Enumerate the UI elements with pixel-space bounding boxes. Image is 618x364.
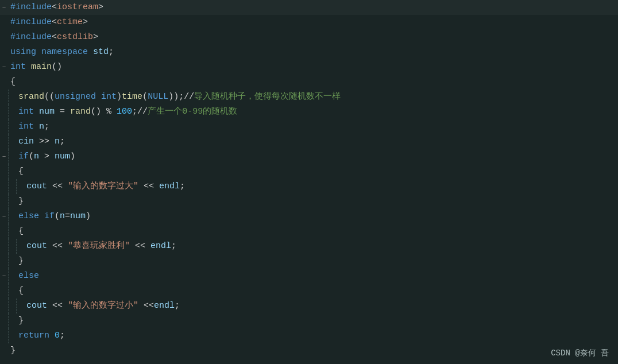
indent-guide [8,269,16,284]
code-line: −int main() [0,60,618,75]
token-op: << [47,301,68,311]
token-kw: else [18,271,39,281]
token-op [34,122,39,131]
token-op: ) [117,92,122,102]
indent-guide [8,328,16,343]
indent-guide [8,90,16,104]
token-fn: time [122,92,142,102]
indent-guide [8,299,16,313]
token-kw: namespace [41,47,88,57]
token-va: n [34,152,39,161]
code-line: −else [0,269,618,284]
indent-guide [8,254,16,269]
fold-icon[interactable]: − [0,60,8,75]
code-content: #include<iostream> [8,0,618,15]
token-va: num [39,107,55,117]
token-op: < [52,17,57,27]
code-line: return 0; [0,328,618,343]
indent-guide [8,239,16,254]
token-kw: using [10,47,36,57]
code-line: using namespace std; [0,45,618,60]
indent-guide [8,149,16,164]
token-st: cstdlib [57,32,93,42]
code-content: int num = rand() % 100;//产生一个0-99的随机数 [16,104,618,119]
token-op [88,47,93,57]
indent-guide [8,313,16,328]
token-op [96,92,101,102]
token-kw: return [18,331,49,340]
indent-guide [8,164,16,179]
token-op: ; [60,137,65,146]
token-st: iostream [57,2,98,12]
token-va: endl [159,181,180,191]
token-op: } [18,316,24,326]
code-content: int main() [8,60,618,75]
indent-guide [8,119,16,134]
token-op: < [52,32,57,42]
token-kw: #include [10,17,52,27]
token-op: > [93,32,98,42]
fold-icon[interactable]: − [0,0,8,15]
token-op: ; [44,122,49,131]
watermark: CSDN @奈何 吾 [551,348,609,358]
token-op: { [18,166,24,176]
token-op: ; [60,331,65,340]
code-content: { [8,75,618,90]
token-fn: rand [70,107,91,117]
token-kw: int [10,62,26,72]
indent-guide [8,209,16,224]
code-content: else [16,269,618,284]
code-line: } [0,343,618,358]
code-line: cout << "恭喜玩家胜利" << endl; [0,239,618,254]
token-va: endl [150,241,171,251]
code-line: { [0,75,618,90]
token-cm: 导入随机种子，使得每次随机数不一样 [194,92,341,102]
code-line: { [0,224,618,239]
code-line: } [0,313,618,328]
token-op: ; [109,47,114,57]
token-op [39,211,44,221]
token-op [34,107,39,117]
token-op [36,47,41,57]
token-kw: if [44,211,55,221]
token-va: n [39,122,44,131]
code-line: { [0,164,618,179]
token-kw: int [18,107,34,117]
token-op: { [18,286,24,296]
token-va: endl [154,301,175,311]
token-fn: main [31,62,52,72]
token-va: num [70,211,86,221]
indent-guide [16,239,24,254]
code-line: cout << "输入的数字过大" << endl; [0,179,618,194]
code-content: else if(n=num) [16,209,618,224]
token-st: "输入的数字过大" [68,181,138,191]
token-kw: #include [10,32,52,42]
token-fn: srand [18,92,44,102]
token-op: < [52,2,57,12]
code-line: cin >> n; [0,134,618,149]
token-st: "恭喜玩家胜利" [68,241,130,251]
code-line: int n; [0,119,618,134]
token-op: << [138,181,159,191]
token-op: ));// [168,92,194,102]
token-va: cin [18,137,34,146]
token-op [26,62,31,72]
token-va: n [55,137,60,146]
token-op: > [98,2,103,12]
token-nm: 0 [55,331,60,340]
code-content: cout << "恭喜玩家胜利" << endl; [24,239,618,254]
token-kw: else [18,211,39,221]
code-lines: −#include<iostream>#include<ctime>#inclu… [0,0,618,358]
fold-icon[interactable]: − [0,209,8,224]
token-kw: if [18,152,29,161]
token-va: cout [26,241,47,251]
fold-icon[interactable]: − [0,269,8,284]
code-content: #include<cstdlib> [8,30,618,45]
code-line: srand((unsigned int)time(NULL));//导入随机种子… [0,90,618,104]
code-editor: −#include<iostream>#include<ctime>#inclu… [0,0,618,364]
token-op: () % [91,107,117,117]
code-content: } [16,254,618,269]
token-op: > [83,17,88,27]
fold-icon[interactable]: − [0,149,8,164]
code-content: int n; [16,119,618,134]
